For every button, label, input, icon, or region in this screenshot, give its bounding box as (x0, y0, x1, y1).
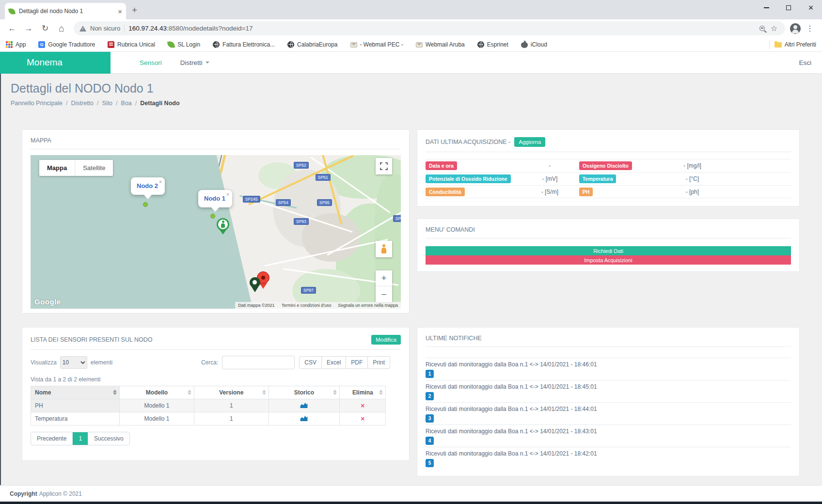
modifica-button[interactable]: Modifica (371, 335, 401, 345)
print-button[interactable]: Print (368, 356, 390, 369)
brand-logo[interactable]: Monema (0, 52, 111, 74)
delete-icon[interactable]: × (361, 402, 364, 410)
pagination-page-1[interactable]: 1 (73, 432, 88, 445)
storico-chart-icon[interactable] (269, 399, 339, 412)
bookmark-label: - Webmail PEC - (360, 41, 403, 48)
csv-button[interactable]: CSV (299, 356, 322, 369)
imposta-acquisizioni-button[interactable]: Imposta Acquisizioni (426, 255, 791, 265)
bookmark-star-icon[interactable] (769, 23, 779, 34)
pdf-button[interactable]: PDF (346, 356, 368, 369)
bookmark-app[interactable]: App (6, 41, 26, 48)
google-map[interactable]: SP52 SP51 SP245 SP54 SP95 SP93 SP73 SP97… (31, 155, 401, 309)
breadcrumb-item[interactable]: Boa (121, 100, 132, 107)
map-type-control: Mappa Satellite (39, 160, 113, 176)
notifications-panel-title: ULTIME NOTIFICHE (426, 335, 482, 342)
envelope-icon (350, 42, 357, 47)
bookmark-icloud[interactable]: iCloud (521, 41, 547, 48)
aggiorna-button[interactable]: Aggiorna (514, 137, 545, 147)
map-zoom-control: + − (376, 270, 392, 302)
logout-link[interactable]: Esci (799, 59, 811, 66)
bookmark-rubrica-unical[interactable]: Rubrica Unical (108, 41, 155, 48)
reload-button[interactable] (38, 21, 52, 36)
back-button[interactable] (5, 21, 19, 36)
richiedi-dati-button[interactable]: Richiedi Dati (426, 246, 791, 255)
column-header-nome[interactable]: Nome (31, 386, 120, 399)
new-tab-button[interactable] (132, 5, 137, 15)
window-maximize-button[interactable] (777, 0, 800, 16)
apple-icon (521, 42, 528, 48)
column-header-versione[interactable]: Versione (194, 386, 269, 399)
breadcrumb-item[interactable]: Pannello Principale (11, 100, 63, 107)
window-close-button[interactable] (800, 0, 822, 16)
window-minimize-button[interactable] (755, 0, 777, 16)
infowindow-close-icon[interactable] (226, 191, 229, 197)
table-info: Vista da 1 a 2 di 2 elementi (31, 376, 401, 383)
bookmark-webmail-pec[interactable]: - Webmail PEC - (350, 41, 403, 48)
nav-link-distretti[interactable]: Distretti (180, 59, 209, 66)
cell-nome: PH (31, 399, 120, 412)
infowindow-nodo2[interactable]: Nodo 2 (131, 177, 165, 195)
app-navbar: Monema Sensori Distretti Esci (0, 52, 822, 74)
bookmark-sl-login[interactable]: SL Login (168, 41, 200, 48)
url-path: :8580/nodedetails?nodeid=17 (167, 25, 253, 32)
dark-green-map-pin[interactable] (250, 277, 260, 292)
page-size-select[interactable]: 10 (60, 356, 87, 369)
forward-button[interactable] (21, 21, 36, 36)
notification-badge: 5 (426, 459, 434, 467)
cell-nome: Temperatura (31, 412, 120, 425)
bookmark-esprinet[interactable]: Esprinet (477, 41, 508, 48)
page-title: Dettagli del NODO Nodo 1 (11, 81, 811, 95)
zoom-in-button[interactable]: + (376, 270, 392, 286)
not-secure-icon[interactable] (79, 26, 86, 32)
person-marker[interactable] (217, 218, 229, 235)
map-type-mappa[interactable]: Mappa (39, 160, 75, 176)
map-type-satellite[interactable]: Satellite (75, 160, 113, 176)
pegman-button[interactable] (376, 241, 392, 257)
delete-icon[interactable]: × (361, 415, 364, 423)
node2-marker-dot[interactable] (143, 202, 148, 207)
bookmark-fattura-elettronica[interactable]: Fattura Elettronica... (213, 41, 275, 48)
notification-item: Ricevuti dati monitoraggio dalla Boa n.1… (426, 358, 791, 380)
column-header-modello[interactable]: Modello (120, 386, 194, 399)
storico-chart-icon[interactable] (269, 412, 339, 425)
nav-link-sensori[interactable]: Sensori (140, 59, 162, 66)
sensors-panel: LISTA DEI SENSORI PRESENTI SUL NODO Modi… (22, 327, 410, 461)
home-button[interactable] (54, 21, 69, 36)
sort-icon (262, 390, 266, 395)
zoom-icon[interactable] (759, 26, 765, 31)
browser-menu-icon[interactable] (803, 21, 817, 36)
bookmark-webmail-aruba[interactable]: Webmail Aruba (416, 41, 465, 48)
bookmark-label: Google Traduttore (48, 41, 95, 48)
bookmarks-bar: App G Google Traduttore Rubrica Unical S… (0, 37, 822, 52)
bookmark-label: CalabriaEuropa (297, 41, 337, 48)
column-header-elimina[interactable]: Elimina (340, 386, 386, 399)
security-label[interactable]: Non sicuro (90, 25, 120, 32)
node1-marker-dot[interactable] (210, 214, 215, 219)
apps-grid-icon (6, 41, 13, 48)
globe-icon (213, 41, 220, 48)
url-text[interactable]: 160.97.24.43:8580/nodedetails?nodeid=17 (128, 25, 756, 32)
notification-item: Ricevuti dati monitoraggio dalla Boa n.1… (426, 425, 791, 447)
zoom-out-button[interactable]: − (376, 286, 392, 302)
search-input[interactable] (222, 356, 295, 369)
red-book-icon (108, 41, 114, 48)
excel-button[interactable]: Excel (322, 356, 346, 369)
pagination-next[interactable]: Successivo (88, 432, 129, 445)
fullscreen-button[interactable] (376, 158, 392, 174)
bookmark-calabriaeuropa[interactable]: CalabriaEuropa (287, 41, 337, 48)
breadcrumb-item[interactable]: Distretto (71, 100, 94, 107)
report-error-link[interactable]: Segnala un errore nella mappa (338, 303, 398, 308)
infowindow-close-icon[interactable] (159, 179, 162, 185)
bookmark-google-traduttore[interactable]: G Google Traduttore (38, 41, 95, 48)
tab-close-icon[interactable] (118, 8, 122, 15)
notification-text: Ricevuti dati monitoraggio dalla Boa n.1… (426, 428, 791, 435)
browser-tab[interactable]: Dettagli del nodo Nodo 1 (5, 3, 126, 19)
infowindow-nodo1[interactable]: Nodo 1 (198, 190, 232, 207)
breadcrumb-item[interactable]: Sito (102, 100, 113, 107)
pagination-prev[interactable]: Precedente (31, 432, 73, 445)
address-bar[interactable]: Non sicuro 160.97.24.43:8580/nodedetails… (74, 21, 785, 35)
profile-avatar[interactable] (790, 23, 801, 34)
column-header-storico[interactable]: Storico (269, 386, 339, 399)
other-bookmarks-button[interactable]: Altri Preferiti (775, 41, 816, 48)
terms-link[interactable]: Termini e condizioni d'uso (282, 303, 332, 308)
